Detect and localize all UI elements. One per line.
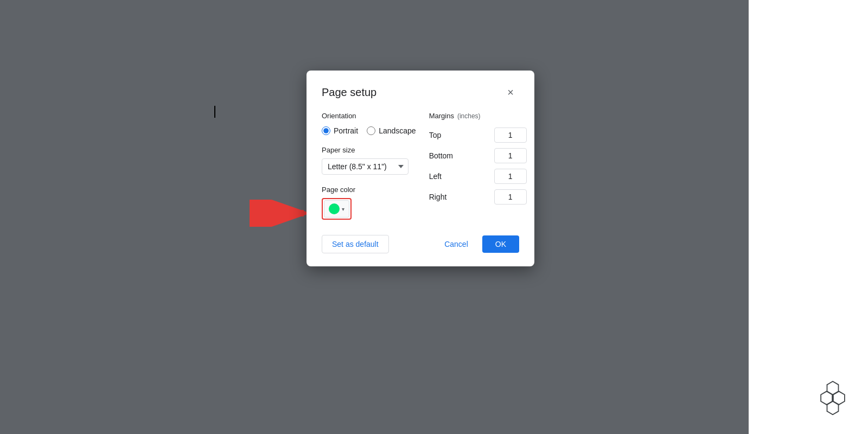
left-margin-input[interactable] (494, 169, 527, 184)
landscape-radio[interactable] (367, 126, 375, 135)
bottom-margin-input[interactable] (494, 148, 527, 163)
margin-row-top: Top (429, 127, 527, 143)
dialog-title: Page setup (322, 86, 376, 99)
margin-row-right: Right (429, 189, 527, 205)
color-swatch (329, 203, 340, 214)
right-margin-label: Right (429, 193, 456, 201)
left-margin-label: Left (429, 172, 456, 181)
page-setup-dialog: Page setup × Orientation Portrait Landsc… (307, 71, 534, 266)
ok-button[interactable]: OK (482, 235, 519, 253)
left-section: Orientation Portrait Landscape Paper siz… (322, 112, 416, 220)
portrait-radio-label[interactable]: Portrait (322, 126, 358, 135)
orientation-label: Orientation (322, 112, 416, 120)
cancel-button[interactable]: Cancel (435, 235, 478, 253)
portrait-radio[interactable] (322, 126, 330, 135)
close-button[interactable]: × (502, 84, 519, 101)
page-color-wrapper: ▾ (322, 198, 352, 220)
paper-size-label: Paper size (322, 146, 416, 154)
top-margin-label: Top (429, 131, 456, 139)
margins-header: Margins (inches) (429, 112, 527, 120)
color-dropdown-arrow-icon: ▾ (342, 206, 344, 212)
bottom-margin-label: Bottom (429, 151, 456, 160)
page-color-label: Page color (322, 186, 416, 194)
page-color-button[interactable]: ▾ (324, 200, 349, 218)
margins-section: Margins (inches) Top Bottom Left Right (429, 112, 527, 220)
margins-label: Margins (429, 112, 454, 120)
dialog-body: Orientation Portrait Landscape Paper siz… (322, 112, 519, 220)
portrait-label: Portrait (334, 126, 358, 135)
margins-unit: (inches) (457, 112, 481, 120)
top-margin-input[interactable] (494, 127, 527, 143)
orientation-radio-group: Portrait Landscape (322, 126, 416, 135)
modal-backdrop: Page setup × Orientation Portrait Landsc… (0, 0, 868, 434)
margin-row-left: Left (429, 169, 527, 184)
set-as-default-button[interactable]: Set as default (322, 235, 389, 253)
dialog-footer: Set as default Cancel OK (322, 235, 519, 253)
dialog-header: Page setup × (322, 84, 519, 101)
margin-row-bottom: Bottom (429, 148, 527, 163)
landscape-radio-label[interactable]: Landscape (367, 126, 416, 135)
paper-size-select[interactable]: Letter (8.5" x 11") A4 A3 Tabloid (322, 158, 409, 175)
right-margin-input[interactable] (494, 189, 527, 205)
landscape-label: Landscape (379, 126, 416, 135)
